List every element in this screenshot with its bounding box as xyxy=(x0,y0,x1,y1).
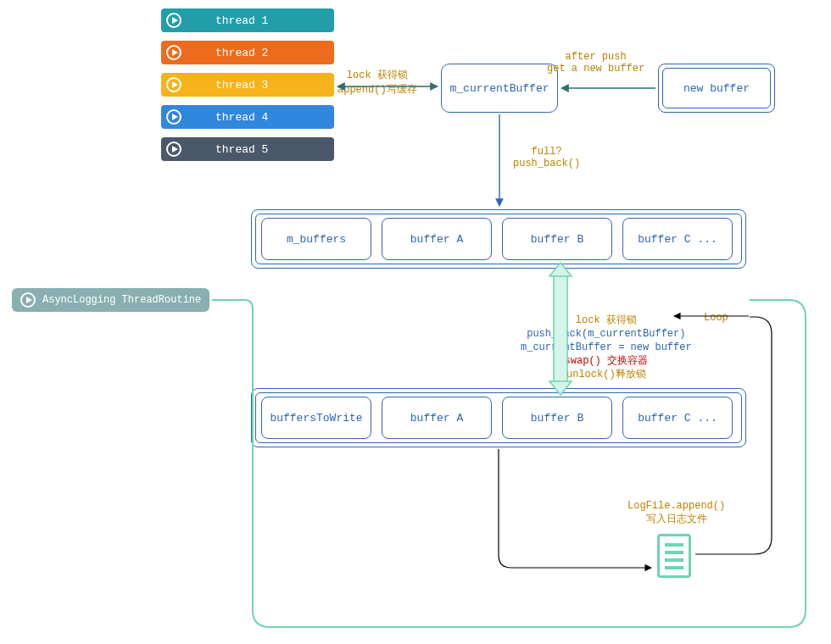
thread-4-button: thread 4 xyxy=(161,105,334,129)
arrow-right-icon xyxy=(166,109,181,125)
arrow-right-icon xyxy=(166,45,181,60)
routine-label: AsyncLogging ThreadRoutine xyxy=(42,294,201,306)
arrow-right-icon xyxy=(166,77,181,92)
file-icon xyxy=(657,534,691,578)
write-cell-b: buffer B xyxy=(502,397,612,439)
arrow-right-icon xyxy=(20,292,36,308)
thread-label: thread 1 xyxy=(215,14,334,27)
thread-label: thread 3 xyxy=(215,79,334,92)
thread-label: thread 5 xyxy=(215,143,334,156)
mbuffers-cell-a: buffer A xyxy=(382,218,492,260)
thread-1-button: thread 1 xyxy=(161,8,334,32)
async-routine-pill: AsyncLogging ThreadRoutine xyxy=(12,288,209,312)
write-head: buffersToWrite xyxy=(261,397,371,439)
thread-label: thread 2 xyxy=(215,47,334,59)
lock-append-label: lock 获得锁 append()写缓存 xyxy=(337,68,417,97)
arrow-right-icon xyxy=(166,142,181,157)
routine-outline xyxy=(212,300,806,627)
logfile-label: LogFile.append() 写入日志文件 xyxy=(627,500,725,526)
new-buffer-box: new buffer xyxy=(658,64,775,113)
mbuffers-cell-c: buffer C ... xyxy=(622,218,733,260)
write-cell-a: buffer A xyxy=(382,397,492,439)
swap-block: lock 获得锁 push_back(m_currentBuffer) m_cu… xyxy=(521,314,692,381)
arrow-right-icon xyxy=(166,13,181,28)
after-push-label: after push get a new buffer xyxy=(547,51,644,75)
full-label: full? push_back() xyxy=(513,146,580,169)
current-buffer-label: m_currentBuffer xyxy=(449,82,549,95)
write-cell-c: buffer C ... xyxy=(622,397,733,439)
loop-label: Loop xyxy=(704,312,728,324)
thread-5-button: thread 5 xyxy=(161,137,334,161)
thread-2-button: thread 2 xyxy=(161,41,334,64)
mbuffers-head: m_buffers xyxy=(261,218,371,260)
thread-3-button: thread 3 xyxy=(161,73,334,97)
current-buffer-box: m_currentBuffer xyxy=(441,64,558,113)
thread-label: thread 4 xyxy=(215,111,334,124)
new-buffer-label: new buffer xyxy=(659,64,774,112)
mbuffers-cell-b: buffer B xyxy=(502,218,612,260)
